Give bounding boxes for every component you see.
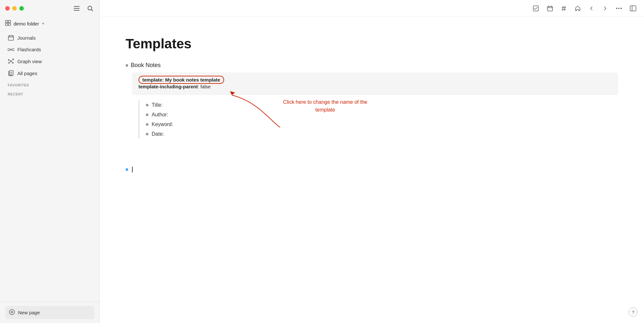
workspace-name: demo folder [14, 21, 39, 26]
svg-line-18 [9, 60, 11, 61]
workspace-selector[interactable]: demo folder ▾ [0, 17, 99, 30]
sidebar-item-journals[interactable]: Journals [3, 32, 97, 44]
template-including-parent-value: false [201, 84, 211, 89]
svg-line-4 [91, 10, 93, 11]
svg-line-20 [12, 62, 13, 63]
calendar-icon[interactable] [545, 4, 554, 13]
template-including-parent-line: template-including-parent: false [138, 84, 612, 89]
new-page-label: New page [18, 310, 40, 315]
sub-items-list: Title: Author: Keyword: Date: [138, 100, 618, 139]
minimize-button[interactable] [12, 6, 17, 11]
calendar-icon [8, 35, 14, 41]
sub-item-label: Date: [152, 131, 164, 137]
template-including-parent-key: template-including-parent [138, 84, 198, 89]
annotation-text: Click here to change the name of the tem… [280, 98, 370, 114]
blue-bullet-icon [126, 168, 128, 171]
sidebar-bottom: New page [0, 302, 99, 323]
back-icon[interactable] [587, 4, 596, 13]
recent-section-label: RECENT [0, 88, 99, 97]
search-icon[interactable] [86, 4, 94, 13]
sidebar-item-label: Journals [17, 35, 36, 41]
book-notes-label: Book Notes [131, 62, 161, 69]
svg-point-39 [616, 8, 617, 9]
pages-icon [8, 70, 14, 76]
maximize-button[interactable] [19, 6, 24, 11]
task-icon[interactable] [531, 4, 540, 13]
template-key: template [142, 77, 162, 83]
sidebar-toggle-icon[interactable] [629, 4, 638, 13]
titlebar [0, 0, 99, 17]
menu-icon[interactable] [72, 5, 81, 12]
svg-rect-1 [74, 8, 80, 9]
book-notes-item: Book Notes [126, 62, 618, 69]
favorites-section-label: FAVORITES [0, 79, 99, 88]
svg-rect-42 [630, 6, 636, 11]
bullet-icon [146, 133, 148, 135]
help-button[interactable]: ? [629, 308, 638, 317]
hash-icon[interactable] [560, 4, 568, 13]
sidebar-item-flashcards[interactable]: Flashcards [3, 44, 97, 55]
svg-line-21 [9, 62, 11, 63]
bullet-icon [146, 104, 148, 106]
template-colon: : [162, 77, 165, 83]
sidebar-item-graph-view[interactable]: Graph view [3, 55, 97, 67]
more-icon[interactable] [614, 6, 623, 11]
main-content: Templates Book Notes template: My book n… [100, 0, 644, 323]
list-item: Keyword: [146, 120, 618, 129]
list-item: Title: [146, 100, 618, 110]
bullet-icon [126, 64, 128, 67]
infinity-icon [8, 48, 14, 52]
sidebar-item-label: Flashcards [17, 47, 41, 52]
template-value: My book notes template [165, 77, 220, 83]
sidebar-item-all-pages[interactable]: All pages [3, 67, 97, 79]
page-content: Templates Book Notes template: My book n… [100, 17, 644, 323]
svg-rect-0 [74, 6, 80, 7]
sidebar-item-label: Graph view [17, 59, 42, 64]
svg-rect-5 [5, 20, 8, 23]
svg-rect-23 [9, 71, 13, 75]
sidebar-item-label: All pages [17, 71, 37, 76]
home-icon[interactable] [573, 4, 582, 13]
svg-line-38 [564, 6, 565, 11]
svg-rect-6 [8, 20, 11, 23]
svg-rect-7 [5, 23, 8, 25]
template-field-line: template: My book notes template [138, 77, 612, 83]
svg-point-41 [620, 8, 622, 9]
template-name-box[interactable]: template: My book notes template [138, 76, 224, 84]
list-item: Author: [146, 110, 618, 120]
svg-line-19 [12, 60, 13, 61]
text-cursor[interactable] [132, 167, 133, 172]
new-page-button[interactable]: New page [5, 306, 94, 319]
colon-space: : [198, 84, 200, 89]
sidebar-nav: Journals Flashcards [0, 30, 99, 302]
sidebar: demo folder ▾ Journals [0, 0, 100, 323]
template-block: template: My book notes template templat… [132, 73, 618, 95]
plus-circle-icon [9, 309, 15, 316]
topbar [100, 0, 644, 17]
svg-point-15 [13, 59, 14, 60]
svg-point-40 [618, 8, 620, 9]
page-title: Templates [126, 36, 618, 52]
bottom-input-row [126, 165, 618, 174]
bullet-icon [146, 123, 148, 126]
svg-point-14 [8, 60, 9, 61]
graph-icon [8, 58, 14, 64]
svg-rect-2 [74, 10, 80, 11]
svg-rect-31 [547, 6, 553, 11]
sub-item-label: Title: [152, 102, 163, 108]
forward-icon[interactable] [601, 4, 609, 13]
svg-rect-9 [8, 36, 14, 40]
annotation-area: template: My book notes template templat… [126, 73, 618, 95]
chevron-down-icon: ▾ [42, 21, 44, 26]
titlebar-icons [72, 4, 94, 13]
bullet-icon [146, 113, 148, 116]
sub-item-label: Author: [152, 112, 168, 118]
svg-rect-8 [8, 23, 11, 25]
close-button[interactable] [5, 6, 10, 11]
sub-item-label: Keyword: [152, 122, 173, 127]
svg-line-37 [563, 6, 563, 11]
list-item: Date: [146, 129, 618, 139]
workspace-icon [5, 20, 11, 27]
traffic-lights [5, 6, 24, 11]
